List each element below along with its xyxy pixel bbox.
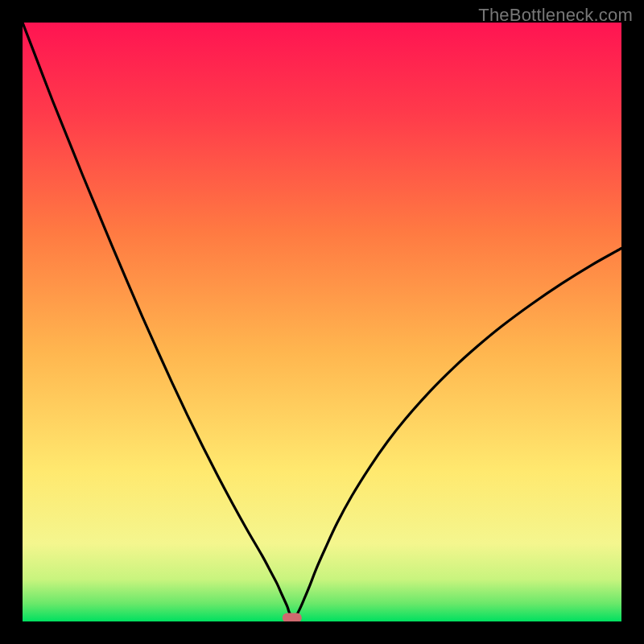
plot-area (23, 23, 621, 621)
bottleneck-chart (23, 23, 621, 621)
gradient-background (23, 23, 621, 621)
optimal-marker (283, 613, 302, 622)
chart-frame: TheBottleneck.com (0, 0, 644, 644)
